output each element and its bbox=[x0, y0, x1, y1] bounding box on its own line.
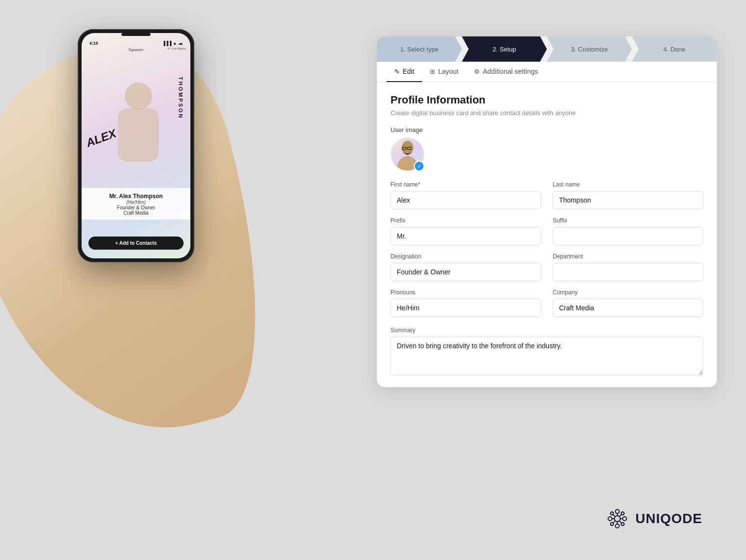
svg-text:ALEX: ALEX bbox=[84, 126, 119, 150]
tab-edit-label: Edit bbox=[403, 68, 414, 75]
step-4-label: 4. Done bbox=[663, 46, 686, 53]
curved-text-container: THOMPSON ALEX bbox=[84, 57, 188, 164]
summary-label: Summary bbox=[390, 327, 703, 334]
avatar-edit-badge[interactable]: ✓ bbox=[414, 161, 424, 171]
last-name-input[interactable] bbox=[553, 191, 703, 209]
edit-icon-badge: ✓ bbox=[417, 163, 422, 170]
uniqode-brand-name: UNIQODE bbox=[635, 511, 702, 526]
pronouns-field: Pronouns bbox=[390, 289, 541, 317]
department-label: Department bbox=[553, 253, 703, 260]
step-3[interactable]: 3. Customize bbox=[547, 36, 632, 62]
craft-media-logo-small: ✦ bbox=[167, 47, 170, 50]
svg-line-22 bbox=[620, 515, 621, 516]
phone-mockup-area: 4:16 ▐▐▐ ▲ ☁ Signature ✦ Craft Media THO… bbox=[0, 0, 301, 486]
step-1[interactable]: 1. Select type bbox=[377, 36, 462, 62]
first-name-label: First name* bbox=[390, 181, 541, 188]
prefix-input[interactable] bbox=[390, 227, 541, 245]
prefix-label: Prefix bbox=[390, 217, 541, 224]
company-label: Company bbox=[553, 289, 703, 296]
svg-point-13 bbox=[610, 512, 613, 515]
svg-point-14 bbox=[621, 512, 624, 515]
curved-text-svg: THOMPSON ALEX bbox=[84, 57, 190, 164]
first-name-field: First name* bbox=[390, 181, 541, 209]
main-panel: 1. Select type 2. Setup 3. Customize 4. … bbox=[377, 36, 717, 387]
phone-notch bbox=[121, 33, 151, 36]
tab-additional-settings[interactable]: ⚙ Additional settings bbox=[466, 62, 546, 82]
tabs-bar: ✎ Edit ⊞ Layout ⚙ Additional settings bbox=[377, 62, 717, 82]
tab-layout[interactable]: ⊞ Layout bbox=[422, 62, 466, 82]
suffix-input[interactable] bbox=[553, 227, 703, 245]
phone-screen: 4:16 ▐▐▐ ▲ ☁ Signature ✦ Craft Media THO… bbox=[82, 33, 190, 258]
svg-line-21 bbox=[613, 515, 615, 516]
craft-media-text: Craft Media bbox=[170, 47, 186, 50]
profile-form-grid: First name* Last name Prefix Suffix bbox=[390, 181, 703, 375]
avatar-wrapper[interactable]: ✓ bbox=[390, 137, 424, 171]
tab-edit[interactable]: ✎ Edit bbox=[387, 62, 422, 82]
stepper: 1. Select type 2. Setup 3. Customize 4. … bbox=[377, 36, 717, 62]
svg-point-8 bbox=[614, 516, 620, 522]
add-to-contacts-button[interactable]: + Add to Contacts bbox=[88, 237, 184, 250]
phone-frame: 4:16 ▐▐▐ ▲ ☁ Signature ✦ Craft Media THO… bbox=[78, 29, 194, 262]
company-field: Company bbox=[553, 289, 703, 317]
first-name-input[interactable] bbox=[390, 191, 541, 209]
designation-label: Designation bbox=[390, 253, 541, 260]
section-subtitle: Create digital business card and share c… bbox=[390, 109, 703, 117]
department-input[interactable] bbox=[553, 263, 703, 281]
department-field: Department bbox=[553, 253, 703, 281]
svg-point-10 bbox=[615, 524, 619, 528]
phone-status-bar: 4:16 ▐▐▐ ▲ ☁ bbox=[82, 38, 190, 47]
section-title: Profile Information bbox=[390, 94, 703, 106]
user-image-section: User image ✓ bbox=[390, 126, 703, 171]
pronouns-input[interactable] bbox=[390, 299, 541, 317]
step-2[interactable]: 2. Setup bbox=[462, 36, 547, 62]
svg-rect-1 bbox=[118, 108, 159, 162]
summary-field: Summary Driven to bring creativity to th… bbox=[390, 327, 703, 375]
phone-time: 4:16 bbox=[89, 41, 98, 46]
svg-point-9 bbox=[615, 509, 619, 513]
uniqode-icon-svg bbox=[605, 507, 629, 531]
svg-line-24 bbox=[620, 521, 621, 523]
phone-company: Craft Media bbox=[88, 210, 184, 216]
company-input[interactable] bbox=[553, 299, 703, 317]
svg-line-23 bbox=[613, 521, 615, 523]
svg-point-11 bbox=[608, 517, 612, 521]
svg-point-16 bbox=[621, 523, 624, 526]
step-1-label: 1. Select type bbox=[400, 46, 439, 53]
last-name-field: Last name bbox=[553, 181, 703, 209]
svg-point-0 bbox=[125, 83, 152, 110]
edit-icon: ✎ bbox=[394, 68, 400, 75]
layout-icon: ⊞ bbox=[430, 68, 435, 75]
summary-textarea[interactable]: Driven to bring creativity to the forefr… bbox=[390, 337, 703, 375]
user-image-label: User image bbox=[390, 126, 703, 134]
pronouns-label: Pronouns bbox=[390, 289, 541, 296]
step-3-label: 3. Customize bbox=[571, 46, 608, 53]
step-2-label: 2. Setup bbox=[492, 46, 516, 53]
svg-point-12 bbox=[623, 517, 627, 521]
phone-title: Founder & Owner bbox=[88, 205, 184, 210]
phone-signals: ▐▐▐ ▲ ☁ bbox=[162, 41, 183, 46]
last-name-label: Last name bbox=[553, 181, 703, 188]
craft-media-badge: ✦ Craft Media bbox=[167, 47, 186, 50]
uniqode-logo: UNIQODE bbox=[605, 507, 702, 531]
phone-card-info: Mr. Alex Thompson (He/Him) Founder & Own… bbox=[82, 188, 190, 220]
svg-text:THOMPSON: THOMPSON bbox=[178, 77, 184, 119]
prefix-field: Prefix bbox=[390, 217, 541, 245]
step-4[interactable]: 4. Done bbox=[632, 36, 717, 62]
form-content: Profile Information Create digital busin… bbox=[377, 82, 717, 387]
tab-settings-label: Additional settings bbox=[483, 68, 538, 75]
suffix-field: Suffix bbox=[553, 217, 703, 245]
phone-person-name: Mr. Alex Thompson bbox=[88, 193, 184, 200]
tab-layout-label: Layout bbox=[438, 68, 458, 75]
phone-pronouns: (He/Him) bbox=[88, 200, 184, 205]
suffix-label: Suffix bbox=[553, 217, 703, 224]
svg-point-15 bbox=[610, 523, 613, 526]
designation-field: Designation bbox=[390, 253, 541, 281]
settings-icon: ⚙ bbox=[474, 68, 480, 75]
designation-input[interactable] bbox=[390, 263, 541, 281]
